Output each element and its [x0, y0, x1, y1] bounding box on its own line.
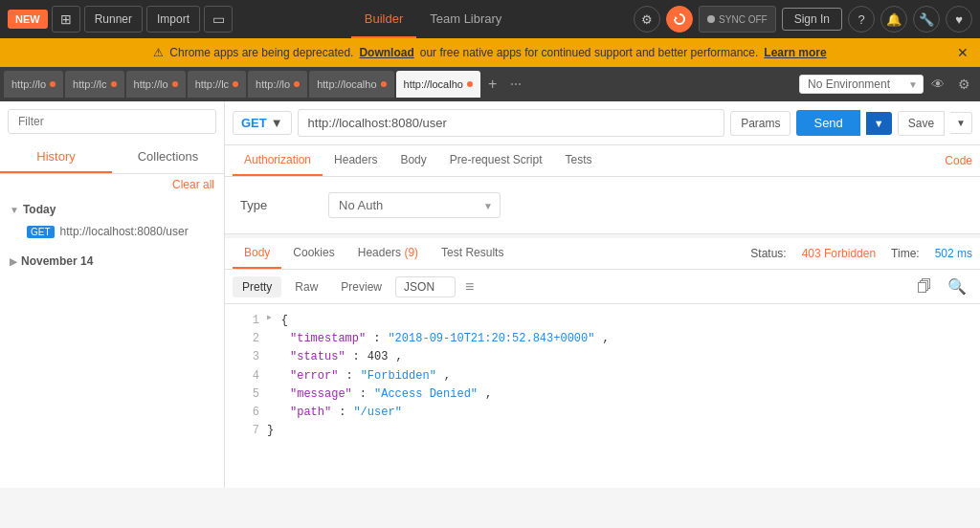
auth-type-select[interactable]: No Auth Bearer Token Basic Auth OAuth 2.…: [328, 192, 501, 218]
tab-builder[interactable]: Builder: [351, 0, 416, 38]
response-tab-cookies[interactable]: Cookies: [281, 238, 345, 269]
new-button[interactable]: NEW: [8, 10, 48, 29]
save-button[interactable]: Save: [898, 111, 945, 136]
url-tab-1-label: http://lo: [11, 78, 46, 90]
format-raw[interactable]: Raw: [285, 276, 327, 297]
tab-body[interactable]: Body: [389, 145, 437, 176]
svg-marker-0: [675, 16, 678, 20]
history-item-1[interactable]: GET http://localhost:8080/user: [0, 220, 224, 243]
auth-select-wrapper: No Auth Bearer Token Basic Auth OAuth 2.…: [328, 192, 501, 218]
copy-icon-button[interactable]: 🗍: [911, 276, 938, 297]
url-tab-2-label: http://lc: [73, 78, 106, 90]
history-item-1-url: http://localhost:8080/user: [60, 225, 189, 238]
url-tab-3[interactable]: http://lo: [126, 71, 186, 98]
params-button[interactable]: Params: [730, 111, 791, 136]
today-group-header[interactable]: ▼ Today: [0, 199, 224, 220]
code-link[interactable]: Code: [945, 154, 972, 167]
url-tab-2[interactable]: http://lc: [65, 71, 123, 98]
method-selector[interactable]: GET ▼: [233, 111, 292, 135]
save-dropdown-button[interactable]: ▼: [950, 112, 972, 134]
json-line-2: 2 "timestamp" : "2018-09-10T21:20:52.843…: [240, 330, 965, 348]
json-line-6: 6 "path" : "/user": [240, 404, 965, 422]
method-text: GET: [241, 116, 267, 130]
today-label: Today: [23, 203, 56, 216]
warning-icon: ⚠: [153, 46, 164, 59]
response-area: Body Cookies Headers (9) Test Results St…: [225, 238, 980, 488]
eye-icon-button[interactable]: 👁: [925, 77, 950, 92]
format-preview[interactable]: Preview: [331, 276, 391, 297]
send-button[interactable]: Send: [796, 110, 859, 136]
method-arrow-icon: ▼: [271, 116, 283, 130]
url-tab-4-dot: [233, 81, 238, 87]
line-num-4: 4: [240, 367, 259, 385]
response-tab-headers[interactable]: Headers (9): [346, 238, 430, 269]
warning-text: Chrome apps are being deprecated.: [169, 46, 353, 59]
notification-icon-button[interactable]: 🔔: [880, 6, 907, 33]
tab-tests[interactable]: Tests: [553, 145, 603, 176]
filter-icon-button[interactable]: ≡: [459, 276, 479, 297]
tab-team-library[interactable]: Team Library: [416, 0, 515, 38]
today-group: ▼ Today GET http://localhost:8080/user: [0, 195, 224, 247]
method-badge-get: GET: [27, 226, 55, 238]
url-tab-2-dot: [111, 81, 117, 87]
filter-input[interactable]: [8, 109, 216, 134]
url-input[interactable]: [298, 109, 725, 137]
tab-authorization[interactable]: Authorization: [233, 145, 323, 176]
url-tab-6-label: http://localho: [317, 78, 376, 90]
environment-select[interactable]: No Environment: [799, 75, 924, 94]
response-tab-body[interactable]: Body: [233, 238, 281, 269]
november-group-header[interactable]: ▶ November 14: [0, 251, 224, 272]
layout2-icon-button[interactable]: ▭: [204, 6, 233, 33]
line-num-5: 5: [240, 385, 259, 404]
sign-in-button[interactable]: Sign In: [782, 8, 842, 31]
import-button[interactable]: Import: [146, 6, 200, 33]
sync-icon-button[interactable]: [666, 6, 693, 33]
response-toolbar: Pretty Raw Preview JSON XML HTML ≡ 🗍 🔍: [225, 270, 980, 304]
main-area: History Collections Clear all ▼ Today GE…: [0, 101, 980, 488]
response-tab-test-results[interactable]: Test Results: [430, 238, 515, 269]
sidebar: History Collections Clear all ▼ Today GE…: [0, 101, 225, 488]
november-label: November 14: [21, 254, 93, 268]
runner-button[interactable]: Runner: [84, 6, 143, 33]
format-pretty[interactable]: Pretty: [233, 276, 281, 297]
add-tab-button[interactable]: +: [482, 76, 502, 93]
learn-more-link[interactable]: Learn more: [764, 46, 826, 59]
tab-history[interactable]: History: [0, 142, 112, 173]
help-icon-button[interactable]: ?: [848, 6, 875, 33]
time-label: Time:: [891, 247, 920, 260]
search-icon-button[interactable]: 🔍: [942, 275, 972, 297]
url-tab-5-label: http://lo: [256, 78, 290, 90]
status-value: 403 Forbidden: [802, 247, 876, 260]
url-tab-5[interactable]: http://lo: [248, 71, 307, 98]
tab-headers[interactable]: Headers: [323, 145, 389, 176]
request-tabs: Authorization Headers Body Pre-request S…: [225, 145, 980, 177]
warning-close-button[interactable]: ✕: [957, 45, 969, 60]
url-tab-7[interactable]: http://localho: [396, 71, 480, 98]
sidebar-tabs: History Collections: [0, 142, 224, 174]
settings-icon-button2[interactable]: ⚙: [952, 77, 976, 92]
sync-status[interactable]: SYNC OFF: [699, 6, 776, 33]
time-value: 502 ms: [935, 247, 972, 260]
today-chevron-icon: ▼: [10, 205, 19, 215]
tab-collections[interactable]: Collections: [112, 142, 224, 173]
heart-icon-button[interactable]: ♥: [946, 6, 972, 33]
sidebar-search-area: [0, 101, 224, 142]
sidebar-action-bar: Clear all: [0, 174, 224, 195]
status-label: Status:: [750, 247, 786, 260]
response-tabs-bar: Body Cookies Headers (9) Test Results St…: [225, 238, 980, 270]
url-tab-6[interactable]: http://localho: [309, 71, 393, 98]
json-format-select[interactable]: JSON XML HTML: [395, 276, 456, 297]
url-tab-4-label: http://lc: [195, 78, 229, 90]
download-link[interactable]: Download: [359, 46, 413, 59]
tab-pre-request-script[interactable]: Pre-request Script: [438, 145, 554, 176]
url-tab-3-label: http://lo: [134, 78, 168, 90]
url-tab-4[interactable]: http://lc: [188, 71, 246, 98]
clear-all-button[interactable]: Clear all: [172, 178, 214, 191]
send-dropdown-button[interactable]: ▼: [866, 112, 892, 135]
wrench-icon-button[interactable]: 🔧: [913, 6, 940, 33]
settings-icon-button[interactable]: ⚙: [634, 6, 660, 33]
url-tab-1[interactable]: http://lo: [4, 71, 63, 98]
url-tab-6-dot: [381, 81, 387, 87]
more-tabs-button[interactable]: ⋯: [504, 77, 527, 91]
layout-icon-button[interactable]: ⊞: [52, 6, 80, 33]
